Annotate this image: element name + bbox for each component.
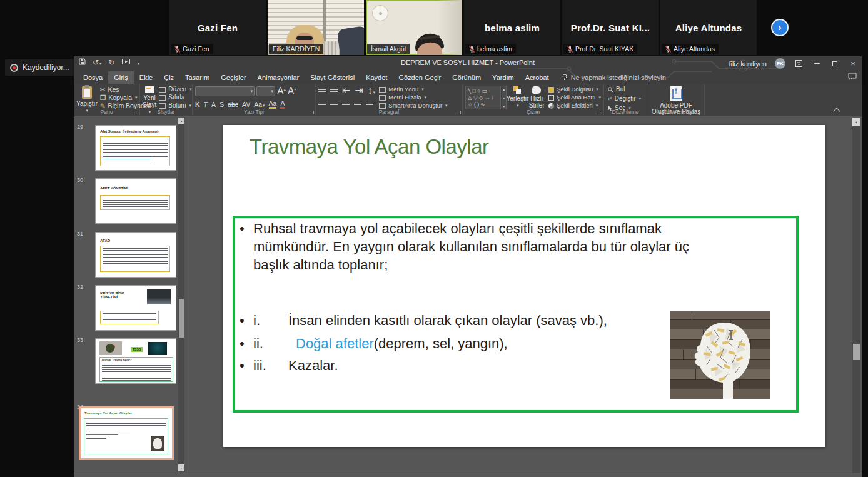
customize-qat-button[interactable]: ▾: [137, 59, 140, 66]
scrollbar-thumb[interactable]: [853, 344, 860, 360]
thumbnail-slide-29[interactable]: Afet Sonrası (İyileştirme Aşaması): [95, 125, 176, 171]
change-case-button[interactable]: Aa▾: [254, 101, 265, 108]
font-size-combo[interactable]: ▾: [256, 86, 275, 96]
group-paragraph: ⇤ ⇥ ↕▾ Metin Yönü▾: [316, 84, 463, 116]
ribbon-display-options-button[interactable]: [794, 59, 804, 68]
bullets-button[interactable]: [318, 88, 326, 93]
participant-label: İsmail Akgül: [367, 44, 410, 54]
slide-list-item-1[interactable]: • i. İnsan elinden kasıtlı olarak çıkan …: [240, 313, 607, 329]
text-shadow-button[interactable]: S: [220, 101, 224, 108]
minimize-button[interactable]: [812, 59, 822, 68]
next-participants-button[interactable]: ›: [771, 19, 789, 36]
redo-button[interactable]: ↻: [109, 59, 115, 66]
slide-title[interactable]: Travmaya Yol Açan Olaylar: [250, 135, 488, 159]
participant-tile-aliye[interactable]: Aliye Altundas Aliye Altundas: [660, 0, 757, 55]
grow-font-button[interactable]: A▴: [277, 86, 286, 97]
recording-indicator[interactable]: Kaydediliyor...: [5, 59, 77, 76]
thumbnail-slide-30[interactable]: AFET YÖNETİMİ: [95, 178, 176, 224]
shapes-gallery[interactable]: ╲ □ ○ ▭ △ ▽ ◇ → ↓ ☆ ( ) ∿: [465, 86, 501, 109]
close-button[interactable]: ×: [848, 59, 858, 68]
tab-gorunum[interactable]: Görünüm: [447, 71, 487, 84]
collapse-ribbon-button[interactable]: [834, 109, 840, 113]
undo-button[interactable]: ↺▾: [93, 59, 102, 66]
shrink-font-button[interactable]: A▾: [288, 86, 296, 97]
thumbnail-slide-32[interactable]: KRİZ VE RİSK YÖNETİMİ: [95, 285, 176, 331]
increase-indent-button[interactable]: ⇥: [355, 84, 363, 96]
decrease-indent-button[interactable]: ⇤: [342, 84, 350, 96]
chevron-right-icon: ›: [778, 22, 781, 33]
align-text-button[interactable]: Metni Hizala▾: [379, 94, 447, 101]
slide-paragraph[interactable]: • Ruhsal travmaya yol açabilecek olaylar…: [240, 219, 689, 274]
tab-gozden-gecir[interactable]: Gözden Geçir: [393, 71, 447, 84]
underline-button[interactable]: A: [211, 101, 216, 108]
align-center-button[interactable]: [330, 101, 338, 106]
group-font: ▾ ▾ A▴ A▾ K T A S abc AV Aa▾ Aa A Yazı T…: [193, 84, 316, 116]
numbering-button[interactable]: [330, 88, 338, 93]
slide-area-scrollbar[interactable]: ▲ ▼ ▲ ▼: [852, 118, 860, 473]
columns-button[interactable]: [366, 101, 373, 106]
scroll-up-button[interactable]: ▲: [178, 118, 184, 124]
participant-tile-belma[interactable]: belma aslim belma aslim: [464, 0, 560, 55]
line-spacing-button[interactable]: ↕▾: [368, 85, 376, 96]
font-dialog-launcher[interactable]: [310, 111, 314, 114]
participant-tile-ismail-video-active[interactable]: İsmail Akgül: [366, 0, 462, 55]
text-direction-button[interactable]: Metin Yönü▾: [379, 86, 447, 93]
shape-outline-button[interactable]: Şekil Ana Hattı▾: [548, 94, 601, 101]
scroll-down-button[interactable]: ▼: [178, 464, 184, 471]
participant-tile-gazi-fen[interactable]: Gazi Fen Gazi Fen: [169, 0, 266, 55]
tab-kaydet[interactable]: Kaydet: [360, 71, 393, 84]
tab-dosya[interactable]: Dosya: [78, 71, 108, 84]
signed-in-user[interactable]: filiz kardiyen: [729, 60, 767, 68]
shapes-gallery-scroll[interactable]: ▴ ▾ ▾: [502, 86, 506, 109]
slide-canvas[interactable]: Travmaya Yol Açan Olaylar • Ruhsal travm…: [223, 125, 825, 447]
save-button[interactable]: [79, 58, 86, 66]
grenade-image: [99, 341, 122, 355]
slide-list-item-3[interactable]: • iii. Kazalar.: [240, 358, 338, 374]
participant-tile-suat[interactable]: Prof.Dr. Suat KI... Prof.Dr. Suat KIYAK: [562, 0, 659, 55]
comments-icon[interactable]: [848, 73, 857, 80]
shape-fill-button[interactable]: Şekil Dolgusu▾: [548, 86, 601, 93]
slide-list-item-2[interactable]: • ii. Doğal afetler (deprem, sel, yangın…: [240, 336, 508, 352]
replace-button[interactable]: ⇄Değiştir▾: [608, 95, 644, 103]
participant-label: Aliye Altundas: [662, 44, 719, 54]
italic-button[interactable]: T: [204, 101, 208, 108]
reset-button[interactable]: Sıfırla: [159, 94, 191, 101]
justify-button[interactable]: [354, 101, 361, 106]
paragraph-dialog-launcher[interactable]: [457, 111, 461, 114]
thumbnail-slide-31[interactable]: AFAD: [95, 232, 176, 278]
tab-gecisler[interactable]: Geçişler: [215, 71, 251, 84]
thumbnail-slide-33[interactable]: TSSB Ruhsal Travma Nedir?: [95, 338, 176, 384]
bold-button[interactable]: K: [195, 101, 200, 108]
tab-tasarim[interactable]: Tasarım: [179, 71, 215, 84]
find-button[interactable]: Bul: [608, 86, 644, 93]
font-name-combo[interactable]: ▾: [195, 86, 255, 96]
scrollbar-thumb[interactable]: [179, 299, 184, 338]
user-avatar[interactable]: FK: [775, 58, 785, 69]
shape-effects-icon: [548, 103, 554, 109]
slide-thumbnail-panel: 29 Afet Sonrası (İyileştirme Aşaması) 30…: [74, 116, 186, 473]
highlight-color-button[interactable]: Aa: [269, 99, 277, 109]
clipboard-dialog-launcher[interactable]: [134, 111, 138, 114]
character-spacing-button[interactable]: AV: [242, 101, 250, 108]
tab-yardim[interactable]: Yardım: [487, 71, 520, 84]
layout-button[interactable]: Düzen▾: [159, 86, 191, 93]
align-left-button[interactable]: [318, 101, 326, 106]
participant-tile-filiz-video[interactable]: Filiz KARDİYEN: [268, 0, 364, 55]
tab-ciz[interactable]: Çiz: [158, 71, 179, 84]
tell-me-box[interactable]: Ne yapmak istediğinizi söyleyin: [562, 74, 666, 81]
thumbnail-scrollbar[interactable]: ▲ ▼: [178, 118, 184, 471]
tab-giris-selected[interactable]: Giriş: [108, 71, 134, 84]
font-color-button[interactable]: A: [280, 99, 285, 109]
tab-acrobat[interactable]: Acrobat: [520, 71, 555, 84]
tab-slayt-gosterisi[interactable]: Slayt Gösterisi: [305, 71, 360, 84]
restore-button[interactable]: [830, 59, 840, 68]
scroll-up-button[interactable]: ▲: [852, 118, 860, 126]
thumbnail-slide-34-selected[interactable]: Travmaya Yol Açan Olaylar: [79, 406, 174, 460]
align-right-button[interactable]: [342, 101, 350, 106]
tab-animasyonlar[interactable]: Animasyonlar: [252, 71, 305, 84]
slide-number: 33: [77, 337, 92, 343]
drawing-dialog-launcher[interactable]: [598, 111, 602, 114]
tab-ekle[interactable]: Ekle: [134, 71, 158, 84]
start-slideshow-button[interactable]: [122, 59, 130, 66]
strikethrough-button[interactable]: abc: [228, 101, 238, 108]
